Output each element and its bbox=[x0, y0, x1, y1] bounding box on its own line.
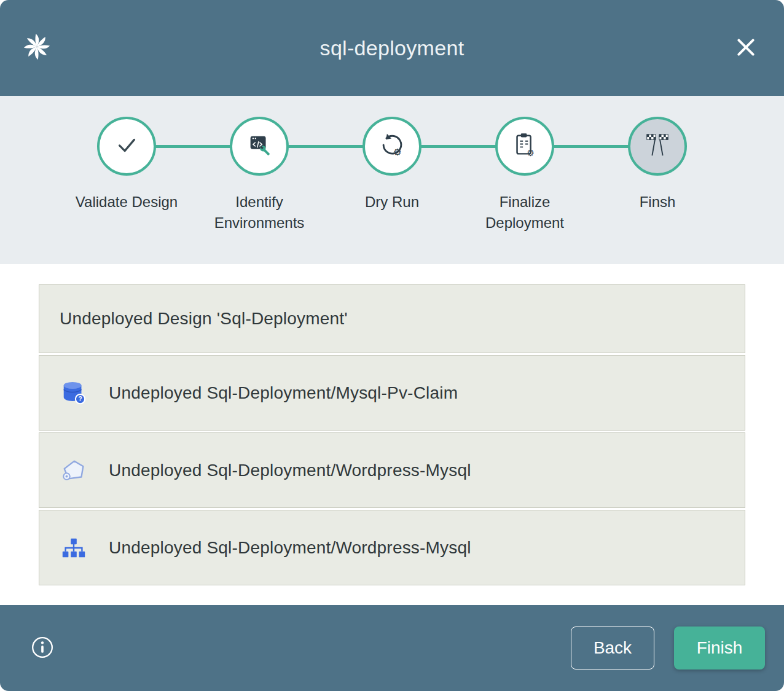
deployment-wizard-modal: sql-deployment Validate Design bbox=[0, 0, 784, 691]
step-label: Validate Design bbox=[76, 192, 178, 213]
step-finalize-deployment: ⚙ Finalize Deployment bbox=[458, 117, 591, 264]
modal-footer: Back Finish bbox=[0, 605, 784, 691]
svg-text:⚙: ⚙ bbox=[393, 147, 402, 158]
status-row-wordpress-mysql-1: Undeployed Sql-Deployment/Wordpress-Mysq… bbox=[39, 432, 745, 508]
step-circle-dry-run[interactable]: ⚙ bbox=[363, 117, 421, 176]
status-text: Undeployed Sql-Deployment/Wordpress-Mysq… bbox=[109, 461, 471, 480]
status-text: Undeployed Design 'Sql-Deployment' bbox=[60, 309, 348, 329]
code-wrench-icon bbox=[245, 131, 273, 162]
finish-button[interactable]: Finish bbox=[674, 627, 765, 670]
close-button[interactable] bbox=[732, 34, 759, 61]
wizard-stepper: Validate Design Identify Environments bbox=[0, 96, 784, 264]
database-icon: ? bbox=[60, 379, 88, 407]
svg-text:?: ? bbox=[78, 396, 82, 402]
checkered-flags-icon bbox=[643, 131, 672, 162]
info-icon bbox=[30, 652, 55, 662]
status-text: Undeployed Sql-Deployment/Wordpress-Mysq… bbox=[109, 538, 471, 558]
back-button[interactable]: Back bbox=[571, 627, 654, 670]
step-circle-identify-environments[interactable] bbox=[230, 117, 289, 176]
step-circle-validate-design[interactable] bbox=[97, 117, 156, 176]
close-icon bbox=[734, 52, 758, 61]
deployment-status-list: Undeployed Design 'Sql-Deployment' ? Und… bbox=[0, 264, 784, 605]
step-label: Identify Environments bbox=[193, 192, 326, 233]
step-finish: Finsh bbox=[591, 117, 724, 264]
step-label: Dry Run bbox=[365, 192, 419, 213]
status-row-pv-claim: ? Undeployed Sql-Deployment/Mysql-Pv-Cla… bbox=[39, 355, 745, 431]
step-identify-environments: Identify Environments bbox=[193, 117, 326, 264]
step-validate-design: Validate Design bbox=[60, 117, 193, 264]
modal-header: sql-deployment bbox=[0, 0, 784, 96]
step-circle-finish[interactable] bbox=[628, 117, 687, 176]
check-icon bbox=[112, 131, 141, 162]
clipboard-gear-icon: ⚙ bbox=[511, 131, 539, 162]
tree-icon bbox=[60, 534, 88, 562]
info-button[interactable] bbox=[29, 635, 55, 661]
pentagon-icon bbox=[60, 456, 88, 485]
dry-run-icon: ⚙ bbox=[378, 131, 406, 162]
step-label: Finalize Deployment bbox=[458, 192, 591, 233]
step-circle-finalize-deployment[interactable]: ⚙ bbox=[495, 117, 554, 176]
step-label: Finsh bbox=[640, 192, 676, 213]
step-dry-run: ⚙ Dry Run bbox=[326, 117, 458, 264]
svg-text:⚙: ⚙ bbox=[527, 148, 535, 158]
status-text: Undeployed Sql-Deployment/Mysql-Pv-Claim bbox=[109, 383, 458, 403]
status-row-wordpress-mysql-2: Undeployed Sql-Deployment/Wordpress-Mysq… bbox=[39, 510, 745, 585]
status-row-design: Undeployed Design 'Sql-Deployment' bbox=[39, 284, 745, 353]
modal-title: sql-deployment bbox=[320, 36, 465, 60]
meshery-logo-icon bbox=[21, 31, 53, 63]
